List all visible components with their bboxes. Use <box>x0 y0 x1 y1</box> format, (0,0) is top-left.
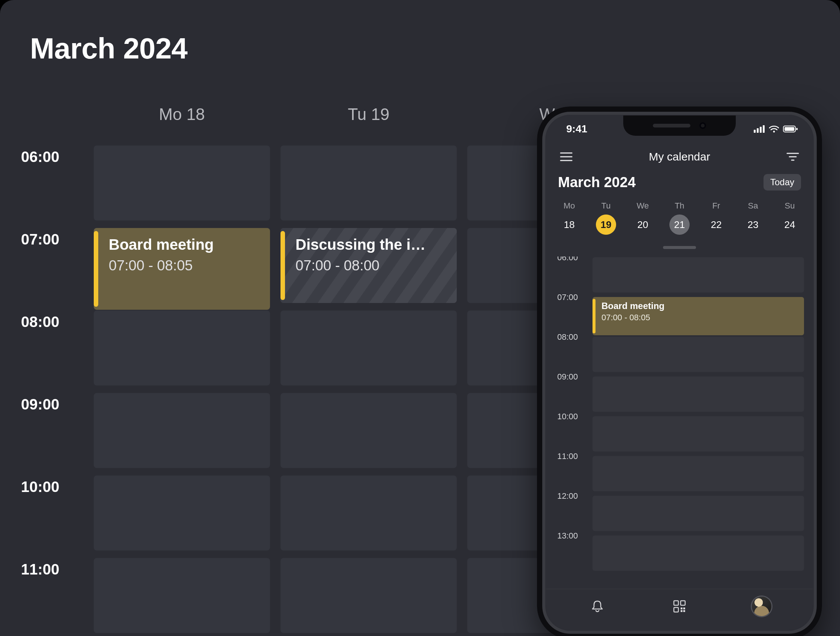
phone-month-title: March 2024 <box>558 174 636 191</box>
event-time: 07:00 - 08:05 <box>109 257 261 274</box>
date-pill[interactable]: 22 <box>706 215 726 235</box>
notifications-tab[interactable] <box>586 599 609 614</box>
app-bar: My calendar <box>546 145 813 169</box>
hour-cell[interactable] <box>592 257 804 292</box>
time-label: 11:00 <box>21 561 59 636</box>
week-strip[interactable]: MoTuWeThFrSaSu 18192021222324 <box>546 201 813 235</box>
date-pill[interactable]: 19 <box>596 215 616 235</box>
desktop-day-header[interactable]: Tu 19 <box>281 105 457 124</box>
hour-cell[interactable] <box>94 475 270 551</box>
hour-cell[interactable] <box>592 377 804 412</box>
svg-rect-3 <box>763 125 765 133</box>
time-label: 09:00 <box>21 396 59 478</box>
calendar-event[interactable]: Board meeting07:00 - 08:05 <box>592 297 804 335</box>
event-time: 07:00 - 08:05 <box>602 313 799 322</box>
phone-hour-row[interactable]: 09:00 <box>546 376 813 415</box>
date-cell[interactable]: 24 <box>775 215 805 235</box>
phone-hour-row[interactable]: 12:00 <box>546 495 813 535</box>
cellular-icon <box>754 125 765 133</box>
apps-tab[interactable] <box>668 599 691 614</box>
phone-timeline[interactable]: 06:0007:0008:0009:0010:0011:0012:0013:00… <box>546 257 813 589</box>
drag-handle[interactable] <box>663 246 696 249</box>
svg-rect-1 <box>757 128 759 133</box>
time-label: 10:00 <box>21 478 59 561</box>
calendar-event[interactable]: Board meeting07:00 - 08:05 <box>94 228 270 310</box>
time-label: 12:00 <box>557 491 578 501</box>
svg-point-4 <box>773 131 775 133</box>
time-label: 08:00 <box>557 332 578 342</box>
calendar-event[interactable]: Discussing the i…07:00 - 08:00 <box>281 228 457 303</box>
filter-icon[interactable] <box>785 148 801 165</box>
hour-cell[interactable] <box>94 393 270 468</box>
time-label: 13:00 <box>557 531 578 541</box>
weekday-label: Fr <box>701 201 731 211</box>
hour-cell[interactable] <box>281 558 457 633</box>
svg-rect-18 <box>683 608 685 609</box>
date-cell[interactable]: 23 <box>738 215 768 235</box>
date-cell[interactable]: 20 <box>628 215 658 235</box>
hour-cell[interactable] <box>94 311 270 385</box>
hour-cell[interactable] <box>281 393 457 468</box>
time-label: 11:00 <box>557 451 578 461</box>
date-cell[interactable]: 18 <box>554 215 584 235</box>
time-label: 06:00 <box>21 148 59 231</box>
desktop-day-header[interactable]: Mo 18 <box>94 105 270 124</box>
hour-cell[interactable] <box>592 456 804 491</box>
time-label: 07:00 <box>21 231 59 314</box>
wifi-icon <box>769 125 779 133</box>
date-pill[interactable]: 21 <box>669 215 690 235</box>
phone-hour-row[interactable]: 06:00 <box>546 257 813 296</box>
weekday-label: Su <box>775 201 805 211</box>
menu-icon[interactable] <box>558 148 575 165</box>
device-notch <box>623 115 736 136</box>
date-cell[interactable]: 19 <box>591 215 621 235</box>
date-pill[interactable]: 23 <box>743 215 763 235</box>
time-label: 07:00 <box>557 292 578 302</box>
speaker-grille <box>653 124 690 128</box>
phone-hour-row[interactable]: 13:00 <box>546 535 813 574</box>
phone-hour-row[interactable]: 10:00 <box>546 415 813 455</box>
qr-grid-icon <box>672 599 687 614</box>
month-row: March 2024 Today <box>546 174 813 191</box>
svg-rect-16 <box>674 608 678 612</box>
weekday-label: We <box>628 201 658 211</box>
day-column <box>281 145 457 636</box>
weekday-label: Tu <box>591 201 621 211</box>
svg-rect-6 <box>785 127 794 131</box>
hour-cell[interactable] <box>281 145 457 221</box>
today-button[interactable]: Today <box>764 174 801 191</box>
profile-tab[interactable] <box>750 597 773 616</box>
svg-rect-19 <box>681 610 682 612</box>
date-pill[interactable]: 24 <box>780 215 800 235</box>
hour-cell[interactable] <box>592 496 804 531</box>
day-column <box>94 145 270 636</box>
hour-cell[interactable] <box>592 535 804 571</box>
status-time: 9:41 <box>566 123 587 135</box>
desktop-month-title: March 2024 <box>30 32 188 66</box>
hour-cell[interactable] <box>94 558 270 633</box>
time-label: 10:00 <box>557 412 578 421</box>
hour-cell[interactable] <box>592 416 804 451</box>
date-cell[interactable]: 22 <box>701 215 731 235</box>
date-pill[interactable]: 18 <box>559 215 579 235</box>
phone-hour-row[interactable]: 11:00 <box>546 455 813 495</box>
hour-cell[interactable] <box>94 145 270 221</box>
date-cell[interactable]: 21 <box>665 215 695 235</box>
battery-icon <box>783 125 798 133</box>
date-pill[interactable]: 20 <box>633 215 653 235</box>
front-camera <box>699 122 706 129</box>
svg-rect-15 <box>681 601 685 605</box>
hour-cell[interactable] <box>281 475 457 551</box>
svg-rect-7 <box>796 128 797 130</box>
event-accent-bar <box>94 231 98 307</box>
phone-screen: 9:41 My calendar <box>546 115 813 630</box>
event-title: Board meeting <box>109 236 261 253</box>
weekday-label: Th <box>665 201 695 211</box>
hour-cell[interactable] <box>281 311 457 385</box>
hour-cell[interactable] <box>592 337 804 372</box>
bell-icon <box>590 599 605 614</box>
svg-rect-20 <box>683 610 685 612</box>
phone-hour-row[interactable]: 08:00 <box>546 336 813 376</box>
event-accent-bar <box>592 299 595 333</box>
weekday-label: Mo <box>554 201 584 211</box>
